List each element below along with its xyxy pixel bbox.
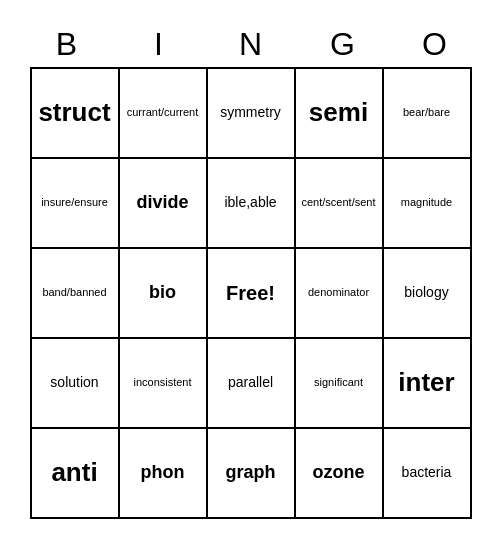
header-letter-o: O: [391, 26, 479, 63]
header-letter-i: I: [115, 26, 203, 63]
bingo-header: BINGO: [21, 26, 481, 63]
cell-8: cent/scent/sent: [296, 159, 384, 249]
cell-19: inter: [384, 339, 472, 429]
cell-20: anti: [32, 429, 120, 519]
cell-0: struct: [32, 69, 120, 159]
cell-14: biology: [384, 249, 472, 339]
bingo-grid: structcurrant/currentsymmetrysemibear/ba…: [30, 67, 472, 519]
cell-1: currant/current: [120, 69, 208, 159]
cell-21: phon: [120, 429, 208, 519]
cell-15: solution: [32, 339, 120, 429]
cell-22: graph: [208, 429, 296, 519]
header-letter-b: B: [23, 26, 111, 63]
cell-7: ible,able: [208, 159, 296, 249]
cell-text-18: significant: [314, 376, 363, 389]
cell-3: semi: [296, 69, 384, 159]
cell-5: insure/ensure: [32, 159, 120, 249]
cell-text-8: cent/scent/sent: [302, 196, 376, 209]
cell-text-11: bio: [149, 282, 176, 304]
cell-16: inconsistent: [120, 339, 208, 429]
cell-24: bacteria: [384, 429, 472, 519]
bingo-card: BINGO structcurrant/currentsymmetrysemib…: [11, 16, 491, 529]
cell-2: symmetry: [208, 69, 296, 159]
cell-text-19: inter: [398, 367, 454, 398]
cell-6: divide: [120, 159, 208, 249]
cell-text-10: band/banned: [42, 286, 106, 299]
cell-12: Free!: [208, 249, 296, 339]
cell-text-13: denominator: [308, 286, 369, 299]
header-letter-n: N: [207, 26, 295, 63]
cell-text-22: graph: [225, 462, 275, 484]
cell-text-6: divide: [136, 192, 188, 214]
cell-17: parallel: [208, 339, 296, 429]
cell-text-2: symmetry: [220, 104, 281, 121]
cell-text-14: biology: [404, 284, 448, 301]
cell-text-9: magnitude: [401, 196, 452, 209]
cell-4: bear/bare: [384, 69, 472, 159]
cell-text-20: anti: [51, 457, 97, 488]
cell-text-15: solution: [50, 374, 98, 391]
cell-text-7: ible,able: [224, 194, 276, 211]
header-letter-g: G: [299, 26, 387, 63]
cell-text-1: currant/current: [127, 106, 199, 119]
cell-text-17: parallel: [228, 374, 273, 391]
cell-text-5: insure/ensure: [41, 196, 108, 209]
cell-text-16: inconsistent: [133, 376, 191, 389]
cell-13: denominator: [296, 249, 384, 339]
cell-text-24: bacteria: [402, 464, 452, 481]
cell-11: bio: [120, 249, 208, 339]
cell-10: band/banned: [32, 249, 120, 339]
cell-text-4: bear/bare: [403, 106, 450, 119]
cell-text-23: ozone: [313, 462, 365, 484]
cell-9: magnitude: [384, 159, 472, 249]
cell-text-3: semi: [309, 97, 368, 128]
cell-text-0: struct: [38, 97, 110, 128]
cell-text-12: Free!: [226, 281, 275, 305]
cell-18: significant: [296, 339, 384, 429]
cell-text-21: phon: [141, 462, 185, 484]
cell-23: ozone: [296, 429, 384, 519]
